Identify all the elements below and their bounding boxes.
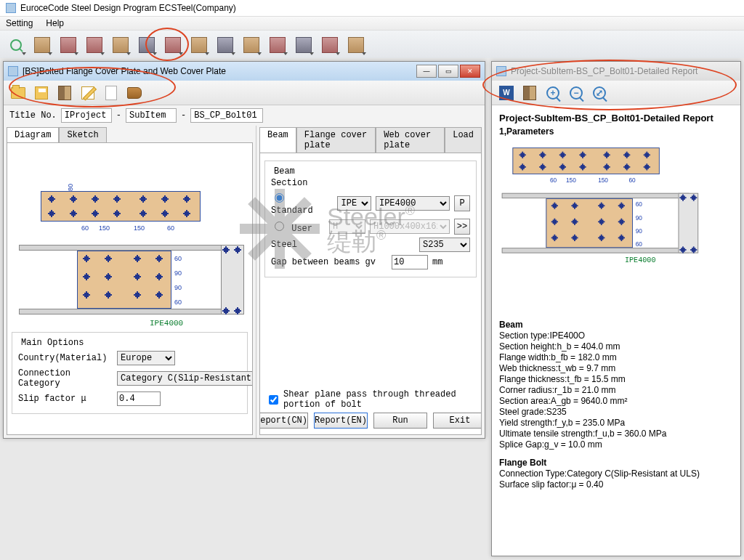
zoom-fit-icon: ⤢ bbox=[593, 86, 606, 100]
report-line: Connection Type:Category C(Slip-Resistan… bbox=[499, 468, 733, 479]
report-flange-header: Flange Bolt bbox=[499, 458, 733, 468]
open-button[interactable] bbox=[8, 83, 28, 103]
toolbar-beam-4[interactable] bbox=[109, 33, 132, 57]
steel-label: Steel bbox=[271, 240, 365, 250]
toolbar-beam-8[interactable] bbox=[214, 33, 237, 57]
title-no-row: Title No. - - bbox=[4, 105, 485, 126]
exit-button[interactable] bbox=[54, 83, 75, 103]
toolbar-beam-2[interactable] bbox=[57, 33, 80, 57]
project-input[interactable] bbox=[61, 108, 112, 123]
report-window: Project-SubItem-BS_CP_Bolt01-Detailed Re… bbox=[491, 61, 741, 556]
tab-flange-cover[interactable]: Flange cover plate bbox=[296, 127, 376, 153]
design-window-titlebar[interactable]: [BS]Bolted Flange Cover Plate and Web Co… bbox=[4, 62, 485, 81]
report-line: Flange width:b_fb = 182.0 mm bbox=[499, 352, 733, 362]
country-select[interactable]: Europe bbox=[117, 351, 175, 365]
toolbar-beam-13[interactable] bbox=[344, 33, 368, 57]
zoom-in-button[interactable]: + bbox=[543, 83, 563, 103]
report-exit-button[interactable] bbox=[519, 83, 540, 103]
user-shape-select[interactable]: H bbox=[329, 219, 365, 234]
beam-icon bbox=[34, 37, 50, 53]
book-icon bbox=[127, 87, 142, 99]
user-size-select[interactable]: H1000x400x16x2 bbox=[370, 219, 450, 234]
zoom-out-icon: − bbox=[570, 86, 583, 100]
toolbar-beam-11[interactable] bbox=[292, 33, 315, 57]
exit-button-bottom[interactable]: Exit bbox=[433, 413, 482, 429]
word-export-button[interactable]: W bbox=[496, 83, 517, 103]
save-button[interactable] bbox=[31, 83, 52, 103]
tab-web-cover[interactable]: Web cover plate bbox=[376, 127, 445, 153]
std-shape-select[interactable]: IPE bbox=[337, 196, 371, 211]
toolbar-beam-3[interactable] bbox=[83, 33, 106, 57]
report-window-titlebar[interactable]: Project-SubItem-BS_CP_Bolt01-Detailed Re… bbox=[492, 62, 740, 81]
calcid-input[interactable] bbox=[190, 108, 263, 123]
close-button[interactable]: ✕ bbox=[460, 65, 480, 78]
app-icon bbox=[6, 3, 16, 13]
beam-top-flange bbox=[19, 245, 237, 251]
window-icon bbox=[8, 66, 18, 76]
toolbar-beam-1[interactable] bbox=[31, 33, 54, 57]
app-title: EuroceCode Steel Design Program ECSTeel(… bbox=[20, 3, 236, 13]
p-button[interactable]: P bbox=[454, 195, 470, 211]
toolbar-beam-7[interactable] bbox=[187, 33, 211, 57]
door-icon bbox=[523, 86, 536, 100]
beam-icon bbox=[191, 37, 207, 53]
conncat-select[interactable]: Category C(Slip-Resistant at ULS) bbox=[117, 371, 253, 386]
window-icon bbox=[496, 66, 506, 76]
tab-load[interactable]: Load bbox=[445, 127, 482, 153]
app-title-bar: EuroceCode Steel Design Program ECSTeel(… bbox=[0, 0, 744, 17]
design-window-title: [BS]Bolted Flange Cover Plate and Web Co… bbox=[23, 66, 226, 76]
standard-radio[interactable] bbox=[275, 193, 284, 203]
more-button[interactable]: >> bbox=[454, 219, 470, 235]
ipe-label: IPE4000 bbox=[150, 319, 183, 328]
menu-setting[interactable]: Setting bbox=[6, 18, 33, 28]
search-icon bbox=[10, 39, 22, 51]
gap-label: Gap between beams gv bbox=[271, 257, 387, 267]
subitem-input[interactable] bbox=[126, 108, 177, 123]
shear-check-label[interactable]: Shear plane pass through threaded portio… bbox=[266, 389, 475, 410]
report-line: Steel grade:S235 bbox=[499, 407, 733, 417]
gap-input[interactable] bbox=[392, 255, 428, 269]
maximize-button[interactable]: ▭ bbox=[438, 65, 458, 78]
diagram-body: 80 60 150 150 60 bbox=[7, 142, 253, 435]
plate-icon bbox=[165, 37, 181, 53]
left-pane: Diagram Sketch 80 60 150 150 60 bbox=[4, 126, 256, 438]
steel-select[interactable]: S235 bbox=[419, 238, 470, 252]
sheet-button[interactable] bbox=[101, 83, 121, 103]
slip-input[interactable] bbox=[117, 391, 161, 406]
run-button[interactable]: Run bbox=[373, 413, 427, 429]
zoom-out-button[interactable]: − bbox=[566, 83, 586, 103]
help-button[interactable] bbox=[124, 83, 145, 103]
toolbar-beam-9[interactable] bbox=[240, 33, 263, 57]
tab-diagram[interactable]: Diagram bbox=[7, 127, 59, 142]
toolbar-beam-6[interactable] bbox=[161, 33, 185, 57]
beam-icon bbox=[348, 37, 364, 53]
beam-icon bbox=[113, 37, 129, 53]
toolbar-beam-5[interactable] bbox=[135, 33, 158, 57]
sketch-area: 80 60 150 150 60 bbox=[12, 147, 248, 329]
shear-check[interactable] bbox=[269, 395, 278, 405]
report-section-1: 1,Parameters bbox=[499, 126, 733, 137]
plate-icon bbox=[322, 37, 338, 53]
minimize-button[interactable]: — bbox=[416, 65, 437, 78]
tab-sketch[interactable]: Sketch bbox=[59, 127, 106, 142]
edit-icon bbox=[81, 86, 94, 100]
toolbar-beam-12[interactable] bbox=[318, 33, 341, 57]
toolbar-beam-10[interactable] bbox=[266, 33, 289, 57]
edit-button[interactable] bbox=[78, 83, 98, 103]
column-icon bbox=[139, 37, 155, 53]
report-en-button[interactable]: Report(EN) bbox=[314, 413, 368, 429]
report-line: Section height:h_b = 404.0 mm bbox=[499, 341, 733, 352]
sheet-icon bbox=[105, 86, 117, 100]
mdi-area: [BS]Bolted Flange Cover Plate and Web Co… bbox=[0, 58, 744, 560]
save-icon bbox=[35, 86, 48, 100]
tab-beam[interactable]: Beam bbox=[259, 127, 296, 153]
zoom-fit-button[interactable]: ⤢ bbox=[589, 83, 610, 103]
menu-help[interactable]: Help bbox=[46, 18, 64, 28]
toolbar-search[interactable] bbox=[4, 33, 28, 57]
report-heading: Project-SubItem-BS_CP_Bolt01-Detailed Re… bbox=[499, 113, 733, 123]
std-size-select[interactable]: IPE4000 bbox=[376, 196, 450, 211]
report-body[interactable]: Project-SubItem-BS_CP_Bolt01-Detailed Re… bbox=[492, 105, 740, 556]
right-tabs: Beam Flange cover plate Web cover plate … bbox=[256, 126, 485, 153]
report-cn-button[interactable]: Report(CN) bbox=[259, 413, 308, 429]
user-radio[interactable] bbox=[275, 222, 284, 231]
